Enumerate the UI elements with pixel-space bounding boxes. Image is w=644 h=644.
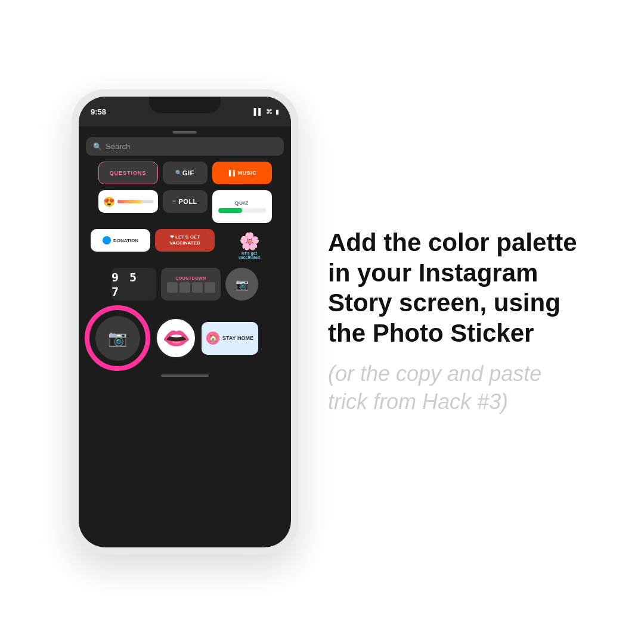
phone-outer: 9:58 ▌▌ ⌘ ▮ 🔍 Search (72, 89, 298, 555)
status-bar: 9:58 ▌▌ ⌘ ▮ (79, 97, 291, 126)
quiz-bar (218, 208, 266, 213)
slider-track (117, 200, 153, 203)
status-time: 9:58 (91, 107, 106, 116)
sticker-gif[interactable]: 🔍 GIF (163, 162, 208, 184)
status-icons: ▌▌ ⌘ ▮ (253, 108, 279, 116)
countdown-digits (167, 282, 215, 293)
search-icon: 🔍 (93, 143, 102, 151)
sticker-donation[interactable]: DONATION (91, 229, 150, 252)
sticker-row-4: 9 5 7 COUNTDOWN 📷 (85, 268, 285, 301)
stay-home-icon: 🏠 (206, 332, 219, 345)
pink-circle-container: 📷 (85, 305, 150, 371)
home-bar (161, 374, 209, 377)
stay-home-sticker[interactable]: 🏠 STAY HOME (202, 322, 258, 355)
donation-icon (103, 236, 111, 244)
search-bar[interactable]: 🔍 Search (86, 137, 284, 156)
sticker-countdown[interactable]: COUNTDOWN (161, 268, 221, 301)
sticker-photo-animated[interactable]: 🌸 let's get vaccinated (219, 229, 279, 262)
phone-screen: 9:58 ▌▌ ⌘ ▮ 🔍 Search (79, 97, 291, 547)
sticker-row-3: DONATION ❤ LET'S GET VACCINATED 🌸 let's … (85, 229, 285, 262)
sticker-emoji-slider[interactable]: 😍 (98, 190, 158, 213)
pull-handle (173, 131, 197, 134)
stay-home-label: STAY HOME (222, 335, 253, 342)
phone-mockup: 9:58 ▌▌ ⌘ ▮ 🔍 Search (72, 89, 298, 555)
photo-sticker-button[interactable]: 📷 (95, 316, 140, 361)
sticker-questions[interactable]: QUESTIONS (98, 162, 158, 184)
search-placeholder: Search (106, 142, 130, 151)
sticker-row-1: QUESTIONS 🔍 GIF ▐▐ MUSIC (85, 162, 285, 184)
sticker-grid: QUESTIONS 🔍 GIF ▐▐ MUSIC (79, 162, 291, 301)
page-container: 9:58 ▌▌ ⌘ ▮ 🔍 Search (0, 0, 644, 644)
signal-icon: ▌▌ (253, 108, 263, 115)
sticker-music[interactable]: ▐▐ MUSIC (212, 162, 272, 184)
pink-ring: 📷 (85, 305, 150, 371)
wifi-icon: ⌘ (266, 108, 273, 116)
sticker-row-2: 😍 ≡ POLL QUIZ (85, 190, 285, 223)
text-content: Add the color palette in your Instagram … (298, 228, 608, 416)
sticker-vaccinated[interactable]: ❤ LET'S GET VACCINATED (155, 229, 215, 252)
mouth-sticker[interactable]: 👄 (155, 317, 197, 359)
secondary-text: (or the copy and paste trick from Hack #… (328, 360, 584, 416)
main-text: Add the color palette in your Instagram … (328, 228, 584, 348)
sticker-quiz[interactable]: QUIZ (212, 190, 272, 223)
battery-icon: ▮ (275, 108, 279, 116)
photo-icon: 📷 (108, 329, 127, 348)
notch (149, 97, 221, 113)
bottom-section: 📷 👄 🏠 STA (79, 305, 291, 371)
sticker-camera[interactable]: 📷 (225, 268, 258, 301)
sticker-scoreboard[interactable]: 9 5 7 (112, 268, 156, 301)
sticker-poll[interactable]: ≡ POLL (163, 190, 208, 213)
slider-fill (117, 200, 141, 203)
